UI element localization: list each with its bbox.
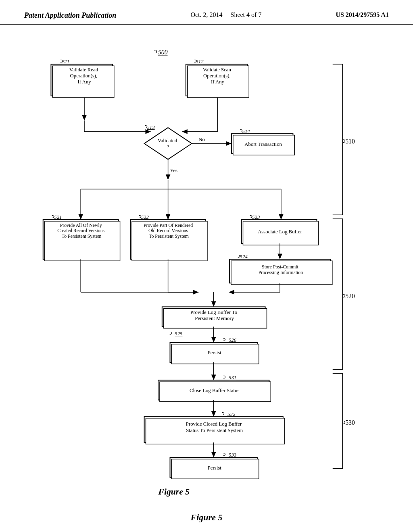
- svg-text:511: 511: [62, 59, 69, 64]
- figure-caption: Figure 5: [158, 487, 190, 497]
- header-date-sheet: Oct. 2, 2014 Sheet 4 of 7: [190, 11, 261, 19]
- svg-marker-23: [78, 214, 83, 220]
- svg-text:ↄ: ↄ: [145, 124, 148, 129]
- group-510-bracket: [333, 64, 343, 215]
- svg-text:ↄ: ↄ: [52, 214, 54, 219]
- label-yes: Yes: [170, 168, 178, 173]
- svg-text:ↄ: ↄ: [60, 58, 63, 64]
- svg-text:533: 533: [229, 452, 236, 458]
- svg-text:ↄ: ↄ: [169, 330, 172, 336]
- svg-marker-63: [211, 452, 216, 457]
- ref-500: 500: [158, 49, 168, 56]
- svg-text:ↄ: ↄ: [223, 374, 226, 380]
- flowchart-area: 500 ↄ 510 ↄ 520 ↄ 530 ↄ Validate Read Op…: [0, 25, 413, 508]
- node-523-text: Associate Log Buffer: [258, 229, 302, 235]
- svg-marker-8: [82, 115, 87, 121]
- svg-marker-27: [279, 214, 284, 220]
- svg-text:532: 532: [227, 411, 236, 417]
- svg-text:ↄ: ↄ: [238, 253, 240, 259]
- svg-text:ↄ: ↄ: [154, 48, 157, 54]
- svg-text:ↄ: ↄ: [250, 214, 252, 219]
- svg-marker-55: [211, 375, 216, 380]
- svg-text:524: 524: [240, 254, 248, 260]
- svg-text:ↄ: ↄ: [240, 128, 243, 133]
- group-530-bracket: [333, 374, 343, 469]
- node-525-text: Provide Log Buffer To Persistent Memory: [190, 310, 238, 321]
- label-no: No: [198, 137, 205, 142]
- svg-marker-47: [211, 301, 216, 307]
- svg-marker-13: [182, 129, 188, 134]
- figure-label: Figure 5: [0, 512, 413, 531]
- node-524-text: Store Post-Commit Processing Information: [259, 264, 303, 275]
- svg-text:ↄ: ↄ: [342, 419, 346, 425]
- flowchart-svg: 500 ↄ 510 ↄ 520 ↄ 530 ↄ Validate Read Op…: [0, 25, 413, 508]
- svg-text:525: 525: [175, 331, 182, 337]
- svg-text:ↄ: ↄ: [194, 58, 197, 64]
- group-530-label: 530: [345, 419, 355, 426]
- svg-marker-19: [166, 175, 171, 180]
- node-522-text: Provide Part Of Rendered Old Record Vers…: [144, 222, 194, 239]
- group-520-label: 520: [345, 293, 355, 299]
- svg-text:ↄ: ↄ: [342, 293, 346, 299]
- node-532-text: Provide Closed Log Buffer Status To Pers…: [186, 421, 243, 433]
- svg-marker-45: [229, 290, 234, 295]
- svg-marker-35: [277, 254, 282, 260]
- node-526-text: Persist: [208, 350, 221, 355]
- sheet-info: Sheet 4 of 7: [231, 11, 262, 18]
- svg-text:ↄ: ↄ: [223, 337, 226, 342]
- node-521-text: Provide All Of Newly Created Record Vers…: [57, 222, 106, 239]
- svg-text:ↄ: ↄ: [222, 411, 225, 416]
- svg-text:526: 526: [229, 337, 237, 343]
- svg-marker-18: [226, 141, 232, 146]
- svg-text:514: 514: [242, 129, 250, 134]
- group-520-bracket: [333, 219, 343, 370]
- svg-text:523: 523: [252, 214, 260, 220]
- group-510-label: 510: [345, 138, 355, 145]
- node-514-text: Abort Transaction: [244, 141, 282, 147]
- svg-text:521: 521: [54, 214, 62, 220]
- node-531-text: Close Log Buffer Status: [190, 388, 240, 393]
- svg-text:531: 531: [229, 375, 236, 380]
- svg-marker-59: [211, 411, 216, 417]
- page-header: Patent Application Publication Oct. 2, 2…: [0, 0, 413, 25]
- svg-text:512: 512: [196, 59, 204, 64]
- svg-marker-25: [166, 214, 171, 220]
- svg-text:ↄ: ↄ: [139, 214, 142, 219]
- node-533-text: Persist: [208, 465, 221, 471]
- svg-marker-51: [211, 337, 216, 343]
- svg-text:522: 522: [141, 214, 149, 220]
- svg-text:ↄ: ↄ: [223, 451, 226, 457]
- publication-date: Oct. 2, 2014: [190, 11, 222, 18]
- patent-number: US 2014/297595 A1: [336, 11, 389, 19]
- svg-text:513: 513: [147, 125, 154, 130]
- publication-title: Patent Application Publication: [24, 11, 116, 20]
- svg-text:ↄ: ↄ: [342, 138, 346, 144]
